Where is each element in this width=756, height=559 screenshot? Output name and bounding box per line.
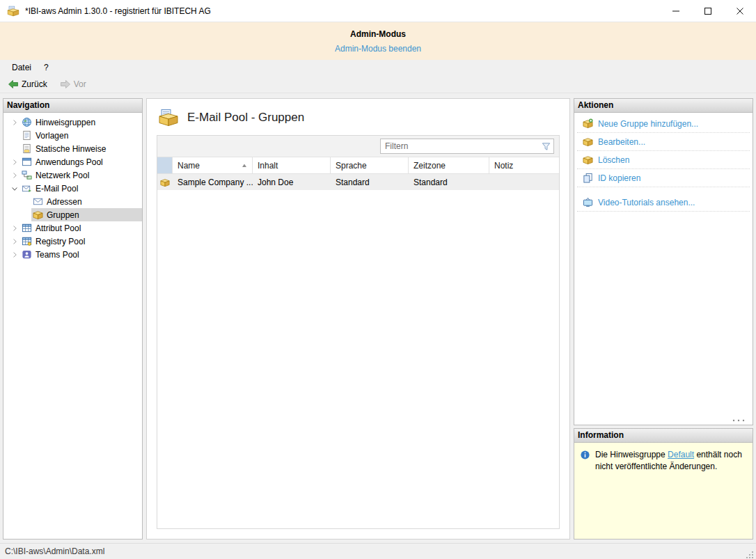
package-edit-icon	[583, 136, 593, 147]
info-text-before: Die Hinweisgruppe	[595, 450, 668, 459]
default-group-link[interactable]: Default	[668, 450, 694, 459]
actions-panel: Aktionen Neue Gruppe hinzufügen... Bearb…	[574, 98, 753, 425]
toolbar: Zurück Vor	[0, 75, 756, 93]
chevron-right-icon[interactable]	[9, 170, 20, 181]
tree-item-label: Adressen	[47, 197, 82, 207]
attribute-pool-icon	[22, 223, 32, 233]
chevron-right-icon[interactable]	[9, 117, 20, 128]
back-button[interactable]: Zurück	[4, 77, 51, 91]
chevron-right-icon[interactable]	[9, 236, 20, 247]
column-header-label: Name	[178, 161, 200, 171]
templates-icon	[22, 130, 32, 141]
menu-help[interactable]: ?	[38, 61, 55, 74]
sort-ascending-icon	[242, 163, 247, 168]
table-row[interactable]: Sample Company ... John Doe Standard Sta…	[157, 174, 559, 190]
admin-mode-banner: Admin-Modus Admin-Modus beenden	[0, 22, 756, 60]
forward-button[interactable]: Vor	[56, 77, 90, 91]
tree-item-hinweisgruppen[interactable]: Hinweisgruppen	[3, 116, 142, 129]
actions-list: Neue Gruppe hinzufügen... Bearbeiten... …	[574, 113, 753, 425]
package-add-icon	[583, 118, 593, 129]
tree-item-gruppen[interactable]: Gruppen	[3, 208, 142, 221]
tree-item-label: Hinweisgruppen	[36, 118, 95, 127]
row-selector-header[interactable]	[157, 157, 173, 173]
close-button[interactable]	[724, 0, 756, 22]
minimize-button[interactable]	[660, 0, 692, 22]
main-area: Navigation Hinweisgruppen Vorlagen Stati…	[0, 93, 756, 543]
tree-item-anwendungs-pool[interactable]: Anwendungs Pool	[3, 155, 142, 168]
action-copy-id[interactable]: ID kopieren	[577, 169, 750, 187]
column-header-name[interactable]: Name	[173, 157, 253, 173]
maximize-button[interactable]	[692, 0, 724, 22]
admin-mode-title: Admin-Modus	[0, 29, 756, 39]
application-pool-icon	[22, 157, 32, 167]
tree-item-netzwerk-pool[interactable]: Netzwerk Pool	[3, 168, 142, 182]
tree-item-label: Teams Pool	[36, 250, 79, 260]
information-panel-header: Information	[574, 429, 753, 443]
table-header-row: Name Inhalt Sprache Zeitzone Notiz	[157, 157, 559, 174]
column-header-label: Zeitzone	[414, 161, 446, 171]
tree-item-statische-hinweise[interactable]: Statische Hinweise	[3, 142, 142, 155]
tree-item-email-pool[interactable]: E-Mail Pool	[3, 182, 142, 195]
data-file-path: C:\IBI-aws\Admin\Data.xml	[5, 546, 104, 556]
action-new-group[interactable]: Neue Gruppe hinzufügen...	[577, 115, 750, 133]
package-delete-icon	[583, 155, 593, 165]
action-label: Neue Gruppe hinzufügen...	[598, 119, 698, 129]
groups-icon	[160, 178, 170, 187]
back-arrow-icon	[8, 79, 19, 90]
chevron-right-icon[interactable]	[9, 223, 20, 234]
network-pool-icon	[22, 170, 32, 180]
tree-item-vorlagen[interactable]: Vorlagen	[3, 129, 142, 142]
action-edit[interactable]: Bearbeiten...	[577, 133, 750, 151]
tree-item-adressen[interactable]: Adressen	[3, 195, 142, 208]
maximize-icon	[704, 8, 711, 15]
tree-item-label: Netzwerk Pool	[36, 171, 89, 180]
content-panel: E-Mail Pool - Gruppen Name Inhalt Sprach…	[146, 98, 570, 540]
filter-funnel-icon[interactable]	[538, 141, 553, 152]
table-empty-area	[157, 190, 559, 528]
tv-icon	[583, 197, 593, 207]
minimize-icon	[672, 8, 679, 15]
chevron-down-icon[interactable]	[9, 183, 20, 194]
tree-item-label: Attribut Pool	[36, 223, 81, 233]
tree-item-label: E-Mail Pool	[36, 184, 78, 194]
action-label: Bearbeiten...	[598, 137, 645, 147]
resize-grip-icon[interactable]	[744, 549, 754, 559]
teams-pool-icon	[22, 249, 32, 260]
chevron-right-icon[interactable]	[9, 249, 20, 260]
navigation-tree: Hinweisgruppen Vorlagen Statische Hinwei…	[3, 113, 142, 539]
filter-strip	[157, 136, 559, 157]
action-delete[interactable]: Löschen	[577, 151, 750, 169]
statusbar: C:\IBI-aws\Admin\Data.xml	[0, 543, 756, 559]
column-header-label: Inhalt	[258, 161, 278, 171]
titlebar: *IBI-aws Admin 1.30.0 - registriert für …	[0, 0, 756, 22]
chevron-right-icon[interactable]	[9, 157, 20, 168]
action-video-tutorials[interactable]: Video-Tutorials ansehen...	[577, 194, 750, 212]
row-icon-cell	[157, 178, 173, 187]
column-header-sprache[interactable]: Sprache	[331, 157, 409, 173]
actions-splitter-grip[interactable]	[732, 418, 746, 423]
tree-item-label: Vorlagen	[36, 131, 68, 141]
back-button-label: Zurück	[22, 79, 47, 89]
addresses-icon	[33, 196, 43, 207]
information-body: Die Hinweisgruppe Default enthält noch n…	[574, 443, 753, 539]
page-title: E-Mail Pool - Gruppen	[187, 111, 304, 125]
filter-input[interactable]	[381, 139, 538, 153]
email-group-icon	[158, 109, 179, 127]
column-header-notiz[interactable]: Notiz	[489, 157, 559, 173]
navigation-panel-header: Navigation	[3, 99, 142, 113]
groups-icon	[33, 210, 43, 220]
tree-item-label: Anwendungs Pool	[36, 157, 103, 167]
menu-datei[interactable]: Datei	[6, 61, 38, 74]
action-label: Löschen	[598, 155, 629, 165]
cell-sprache: Standard	[331, 178, 409, 187]
info-icon	[580, 450, 590, 460]
tree-item-teams-pool[interactable]: Teams Pool	[3, 248, 142, 261]
column-header-zeitzone[interactable]: Zeitzone	[409, 157, 489, 173]
admin-mode-exit-link[interactable]: Admin-Modus beenden	[335, 44, 421, 54]
column-header-inhalt[interactable]: Inhalt	[253, 157, 331, 173]
registry-pool-icon	[22, 236, 32, 246]
tree-item-registry-pool[interactable]: Registry Pool	[3, 235, 142, 248]
tree-item-attribut-pool[interactable]: Attribut Pool	[3, 221, 142, 235]
forward-arrow-icon	[60, 79, 71, 90]
cell-inhalt: John Doe	[253, 178, 331, 187]
